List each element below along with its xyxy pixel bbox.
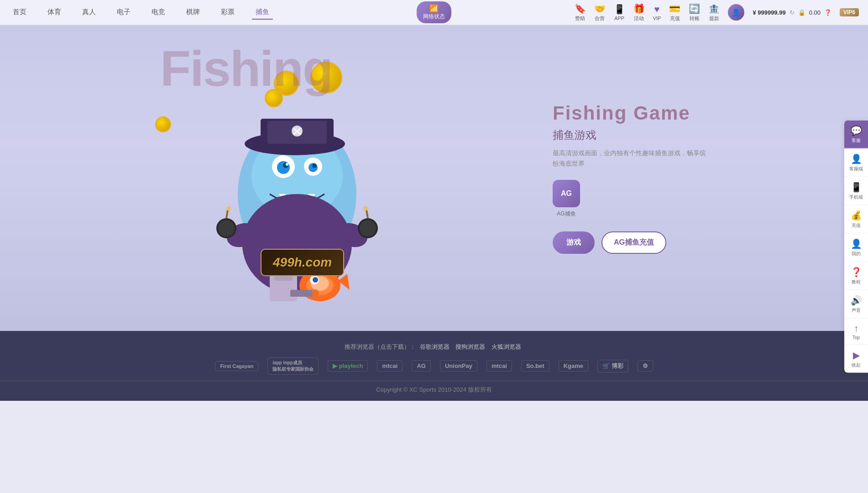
activity-label: 活动: [634, 15, 644, 22]
sidebar-mobile[interactable]: 📱 手机端: [844, 177, 868, 205]
fishing-bg-title: Fishing: [160, 43, 534, 94]
sidebar-tutorial[interactable]: ❓ 教程: [844, 262, 868, 290]
top-icon: ↑: [854, 323, 858, 334]
provider-ag[interactable]: AG AG捕鱼: [553, 180, 580, 218]
transfer-label: 转账: [690, 15, 700, 22]
nav-affiliate[interactable]: 🤝 合营: [594, 3, 606, 22]
partner-sobet: So.bet: [521, 358, 549, 374]
svg-point-9: [312, 163, 317, 168]
nav-recharge[interactable]: 💳 充值: [669, 3, 680, 22]
sogou-browser-link[interactable]: 搜狗浏览器: [455, 343, 485, 350]
network-status-button[interactable]: 📶 网络状态: [417, 1, 451, 23]
sidebar-sound[interactable]: 🔊 声音: [844, 290, 868, 319]
footer-partners: First Cagayan iapp inpp成员隐私权专家国际协会 ▶ pla…: [0, 358, 868, 374]
first-cagayan-logo: First Cagayan: [215, 361, 258, 371]
transfer-icon: 🔄: [689, 3, 700, 14]
nav-vip[interactable]: ♥ VIP: [653, 4, 661, 21]
nav-electronic[interactable]: 电子: [113, 5, 134, 20]
nav-app[interactable]: 📱 APP: [614, 4, 625, 21]
partner-mtcai2: mtcai: [486, 358, 512, 374]
sidebar-my[interactable]: 👤 我的: [844, 234, 868, 262]
sidebar-recharge[interactable]: 💰 充值: [844, 205, 868, 234]
game-title-en: Fishing Game: [553, 102, 708, 124]
charge-icon: 💳: [669, 3, 680, 14]
playtech-logo: ▶ playtech: [328, 360, 368, 372]
nav-sports[interactable]: 体育: [44, 5, 65, 20]
iapp-logo: iapp inpp成员隐私权专家国际协会: [267, 357, 319, 375]
app-label: APP: [614, 16, 624, 21]
footer: 推荐浏览器（点击下载）： 谷歌浏览器 搜狗浏览器 火狐浏览器 First Cag…: [0, 331, 868, 401]
heart-icon: ♥: [654, 4, 660, 15]
sidebar-recharge-label: 充值: [852, 222, 861, 229]
gift-icon: 🎁: [633, 3, 645, 14]
sidebar-cs-label: 客服: [852, 137, 861, 144]
partner-bocai: 🛒 博彩: [597, 358, 628, 374]
balance-amount: ¥ 999999.99: [753, 9, 785, 16]
nav-esports[interactable]: 电竞: [148, 5, 169, 20]
svg-point-32: [363, 206, 368, 211]
provider-ag-icon: AG: [553, 180, 580, 207]
fishing-left: Fishing: [160, 43, 534, 313]
hero-illustration: 499h.com: [160, 94, 434, 313]
network-status-center: 📶 网络状态: [417, 1, 451, 23]
svg-line-31: [366, 210, 368, 218]
watermark-text: 499h.com: [273, 255, 332, 269]
my-icon: 👤: [851, 238, 862, 249]
sidebar-customer-service-web[interactable]: 👤 客服端: [844, 149, 868, 177]
wifi-icon: 📶: [429, 4, 439, 13]
sidebar-mobile-label: 手机端: [849, 194, 863, 200]
nav-transfer[interactable]: 🔄 转账: [689, 3, 700, 22]
firefox-browser-link[interactable]: 火狐浏览器: [492, 343, 521, 350]
partner-ag: AG: [412, 358, 431, 374]
help-icon[interactable]: ❓: [824, 9, 831, 16]
sobet-logo: So.bet: [521, 360, 549, 372]
chrome-browser-link[interactable]: 谷歌浏览器: [420, 343, 450, 350]
user-avatar[interactable]: 👤: [728, 4, 744, 21]
nav-live[interactable]: 真人: [78, 5, 99, 20]
affiliate-label: 合营: [595, 15, 605, 22]
ag-icon-label: AG: [561, 189, 572, 198]
mtcai-logo: mtcai: [377, 360, 403, 372]
sidebar-customer-service[interactable]: 💬 客服: [844, 121, 868, 149]
lock-icon: 🔒: [798, 9, 805, 16]
fishing-svg: [160, 94, 434, 313]
footer-browsers: 推荐浏览器（点击下载）： 谷歌浏览器 搜狗浏览器 火狐浏览器: [0, 342, 868, 351]
sidebar-collapse-label: 收起: [852, 362, 861, 368]
game-actions: 游戏 AG捕鱼充值: [553, 231, 708, 254]
network-status-label: 网络状态: [423, 13, 445, 21]
nav-lottery[interactable]: 彩票: [217, 5, 238, 20]
partner-misc: ⚙: [638, 358, 653, 374]
sidebar-top[interactable]: ↑ Top: [844, 319, 868, 345]
question-icon: ❓: [851, 267, 862, 278]
main-content: Fishing: [0, 25, 868, 331]
ag-recharge-button[interactable]: AG捕鱼充值: [601, 231, 666, 254]
chat-icon: 💬: [851, 125, 862, 136]
affiliate-icon: 🤝: [594, 3, 606, 14]
nav-right: 🔖 赞助 🤝 合营 📱 APP 🎁 活动 ♥ VIP 💳 充值 🔄 转账 🏦: [575, 3, 859, 22]
bookmark-icon: 🔖: [575, 3, 586, 14]
unionpay-logo: UnionPay: [440, 360, 477, 372]
refresh-icon[interactable]: ↻: [790, 9, 795, 16]
nav-home[interactable]: 首页: [9, 5, 30, 20]
partner-iapp: iapp inpp成员隐私权专家国际协会: [267, 358, 319, 374]
svg-point-37: [313, 277, 318, 283]
sidebar-collapse[interactable]: ▶ 收起: [844, 345, 868, 373]
balance-box: ¥ 999999.99 ↻ 🔒 0.00 ❓: [753, 9, 831, 16]
nav-chess[interactable]: 棋牌: [183, 5, 204, 20]
nav-withdraw[interactable]: 🏦 提款: [708, 3, 720, 22]
nav-fishing[interactable]: 捕鱼: [252, 5, 273, 20]
app-icon: 📱: [614, 4, 625, 15]
game-title-cn: 捕鱼游戏: [553, 128, 708, 142]
nav-activity[interactable]: 🎁 活动: [633, 3, 645, 22]
play-game-button[interactable]: 游戏: [553, 231, 595, 254]
vip-badge[interactable]: VIP6: [840, 8, 859, 16]
svg-point-27: [226, 206, 231, 211]
partner-unionpay: UnionPay: [440, 358, 477, 374]
nav-sponsorship[interactable]: 🔖 赞助: [575, 3, 586, 22]
svg-line-26: [226, 210, 228, 218]
copyright-text: Copyright © XC Sports 2010-2024 版权所有: [376, 386, 492, 393]
sidebar-cs-web-label: 客服端: [849, 166, 863, 172]
svg-point-44: [312, 289, 319, 297]
vip-label: VIP: [653, 16, 661, 21]
partner-mtcai: mtcai: [377, 358, 403, 374]
